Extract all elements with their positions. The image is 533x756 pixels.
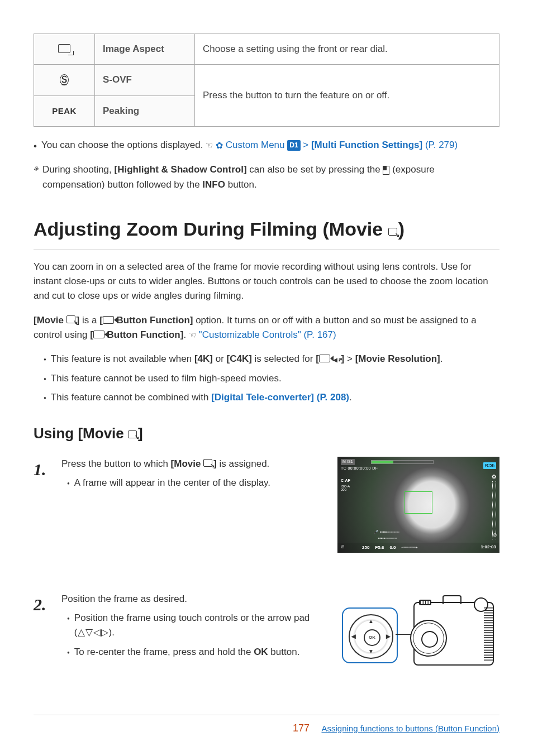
feature-bullet-highspeed: ● This feature cannot be used to film hi… xyxy=(44,371,499,386)
tip-icon: ቆ xyxy=(34,162,39,175)
feature-bullet-teleconverter: ● This feature cannot be combined with [… xyxy=(44,390,499,405)
bullet-icon: ● xyxy=(67,649,70,656)
d1-badge-icon: D1 xyxy=(287,140,300,151)
dpad-ok-button: OK xyxy=(364,629,380,646)
reference-icon: ☞ xyxy=(204,138,214,152)
note-lead: You can choose the options displayed. xyxy=(41,140,203,150)
icon-cell-aspect xyxy=(34,34,95,65)
label-peaking: Peaking xyxy=(95,95,195,126)
table-row: Image Aspect Choose a setting using the … xyxy=(34,34,499,65)
camera-preview-illustration: M-IS1 TC 00:00:00:00 DF C-AF ISO-A200 R:… xyxy=(337,457,499,553)
desc-image-aspect: Choose a setting using the front or rear… xyxy=(195,34,499,65)
heading-adjusting-zoom: Adjusting Zoom During Filming (Movie ) xyxy=(34,214,499,250)
dpad-right-icon: ▶ xyxy=(386,632,391,641)
preview-audio-meter: 🎤 ▪▪▪▪▪▫▫▫▫▫▫▫▫▫ ▪▪▪▪▪▫▫▫▫▫▫▫▫▫ xyxy=(374,529,399,542)
bullet-icon: ● xyxy=(67,615,70,622)
table-row: S̲ S-OVF Press the button to turn the fe… xyxy=(34,65,499,95)
preview-bottom-bar: 250 F5.6 0.0 -▫▫▫▫▫◦▫▫▫▫▫+ xyxy=(337,543,499,553)
movie-icon xyxy=(93,331,104,338)
icon-cell-sovf: S̲ xyxy=(34,65,95,95)
subheading-using-movie: Using [Movie ] xyxy=(34,422,499,444)
image-aspect-icon xyxy=(58,44,70,53)
dpad-down-icon: ▼ xyxy=(368,647,374,656)
link-digital-teleconverter[interactable]: [Digital Tele-converter] (P. 208) xyxy=(211,392,349,403)
page-footer: 177 Assigning functions to buttons (Butt… xyxy=(34,715,499,736)
step-2-sub-b: ● To re-center the frame, press and hold… xyxy=(67,645,330,659)
dpad-highlight: OK ▲ ▼ ◀ ▶ xyxy=(342,607,398,663)
movie-zoom-icon xyxy=(388,228,398,237)
icon-cell-peak: PEAK xyxy=(34,95,95,126)
label-image-aspect: Image Aspect xyxy=(95,34,195,65)
step-2: 2. Position the frame as desired. ● Posi… xyxy=(34,592,499,676)
footer-link[interactable]: Assigning functions to buttons (Button F… xyxy=(321,724,499,733)
dpad-left-icon: ◀ xyxy=(351,632,356,641)
bullet-icon: ● xyxy=(44,376,46,382)
arrow-pad-icon: △▽◁▷ xyxy=(78,627,109,638)
preview-right-badge: R:5h xyxy=(483,462,496,469)
page-number: 177 xyxy=(293,722,310,734)
preview-timecode: TC 00:00:00:00 DF xyxy=(341,466,378,472)
step-2-sub-a: ● Position the frame using touch control… xyxy=(67,611,330,640)
preview-side-scale xyxy=(492,481,496,539)
desc-toggle-feature: Press the button to turn the feature on … xyxy=(195,65,499,127)
step-number: 1. xyxy=(34,457,61,483)
preview-time: 1:02:03 xyxy=(480,544,496,551)
feature-bullet-4k: ● This feature is not available when [4K… xyxy=(44,352,499,366)
preview-caf: C-AF xyxy=(341,478,350,484)
label-s-ovf: S-OVF xyxy=(95,65,195,95)
movie-zoom-icon xyxy=(203,459,213,468)
preview-gear-icon: ✿ xyxy=(492,472,496,481)
movie-icon xyxy=(319,355,330,362)
intro-paragraph: You can zoom in on a selected area of th… xyxy=(34,260,499,304)
assign-paragraph: [Movie ] is a [ Button Function] option.… xyxy=(34,313,499,343)
reference-icon: ☞ xyxy=(188,328,197,342)
camera-diagram-illustration: OK ▲ ▼ ◀ ▶ xyxy=(337,592,499,676)
tip-highlight-shadow: ቆ During shooting, [Highlight & Shadow C… xyxy=(34,162,499,192)
bullet-icon: ● xyxy=(44,395,46,401)
exposure-compensation-icon xyxy=(383,166,389,174)
step-1-sub: ● A frame will appear in the center of t… xyxy=(67,476,330,490)
step-1: 1. Press the button to which [Movie ] is… xyxy=(34,457,499,553)
options-table: Image Aspect Choose a setting using the … xyxy=(34,34,499,127)
camera-body-icon xyxy=(413,602,494,666)
dpad-up-icon: ▲ xyxy=(368,617,374,626)
gear-icon: ✿ xyxy=(216,141,223,150)
movie-icon xyxy=(103,316,114,324)
s-ovf-icon: S̲ xyxy=(60,74,69,85)
peaking-icon: PEAK xyxy=(52,106,77,116)
movie-zoom-icon xyxy=(66,315,77,324)
preview-zoom-frame xyxy=(404,491,432,514)
step-number: 2. xyxy=(34,592,61,618)
link-multi-function-settings[interactable]: ✿ Custom Menu D1 > [Multi Function Setti… xyxy=(216,140,458,150)
preview-side-icon: ⎚ xyxy=(493,532,496,539)
note-choose-options: • You can choose the options displayed. … xyxy=(34,138,499,154)
preview-rec-badge: M-IS1 xyxy=(341,459,355,465)
bullet-icon: ● xyxy=(44,356,46,363)
preview-iso: ISO-A200 xyxy=(341,485,350,492)
preview-progress-bar xyxy=(371,460,434,464)
movie-quality-icon xyxy=(333,353,341,364)
bullet-icon: ● xyxy=(67,480,70,487)
movie-zoom-icon xyxy=(128,430,138,439)
dpad-icon: OK ▲ ▼ ◀ ▶ xyxy=(349,614,393,659)
bullet-icon: • xyxy=(34,139,37,154)
link-customizable-controls[interactable]: "Customizable Controls" (P. 167) xyxy=(199,329,336,340)
